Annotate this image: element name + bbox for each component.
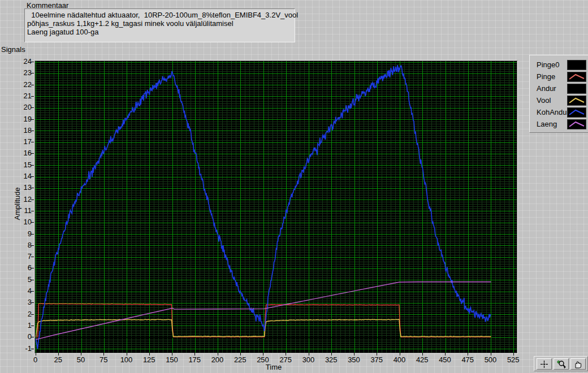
y-tick-label: 3 — [12, 298, 32, 306]
y-tick-label: 19 — [12, 115, 32, 123]
y-tick-label: 0 — [12, 332, 32, 341]
legend-line-swatch[interactable] — [567, 84, 586, 94]
legend-line-swatch[interactable] — [567, 72, 586, 82]
x-tick-label: 100 — [114, 355, 139, 364]
y-tick-mark — [31, 119, 34, 120]
labview-front-panel: Kommentaar 10eelmine nädaltehtud aktuaat… — [0, 0, 588, 373]
y-tick-mark — [31, 326, 34, 326]
plot-area[interactable] — [34, 60, 517, 353]
legend-item-label: Pinge0 — [537, 60, 559, 69]
legend-line-sample — [569, 98, 584, 103]
legend-item-pinge[interactable]: Pinge — [530, 71, 588, 83]
y-tick-mark — [31, 245, 34, 246]
x-tick-label: 450 — [433, 355, 457, 364]
x-tick-label: 400 — [387, 355, 412, 364]
x-tick-label: 75 — [91, 355, 116, 364]
magnifier-icon — [556, 360, 567, 368]
y-tick-label: 21 — [12, 92, 32, 100]
y-tick-label: 2 — [12, 310, 32, 318]
waveform-chart-canvas[interactable] — [35, 61, 517, 353]
x-tick-label: 500 — [478, 355, 503, 364]
legend-item-label: Laeng — [537, 120, 557, 128]
legend-item-label: Andur — [537, 84, 556, 93]
zoom-tool-button[interactable] — [554, 358, 569, 370]
chart-title-label: Signals — [1, 45, 25, 54]
legend-line-sample — [569, 110, 584, 115]
y-tick-mark — [31, 268, 34, 268]
y-tick-mark — [31, 188, 34, 188]
crosshair-icon — [539, 360, 550, 368]
y-tick-label: 5 — [12, 275, 32, 284]
comment-line: 10eelmine nädaltehtud aktuaator, 10RP-20… — [27, 11, 292, 19]
y-tick-mark — [31, 96, 34, 97]
legend-line-swatch[interactable] — [567, 119, 586, 129]
y-tick-mark — [31, 314, 34, 315]
y-tick-mark — [31, 211, 34, 211]
y-tick-mark — [31, 291, 34, 292]
legend-line-sample — [569, 75, 584, 79]
cursor-tool-button[interactable] — [537, 358, 552, 370]
y-tick-label: 1 — [12, 321, 32, 329]
x-tick-label: 350 — [341, 355, 366, 364]
y-tick-mark — [31, 153, 34, 154]
y-tick-mark — [31, 280, 34, 280]
x-tick-label: 25 — [46, 355, 71, 364]
y-tick-mark — [31, 302, 34, 303]
legend-line-sample — [569, 122, 584, 127]
y-tick-mark — [31, 62, 34, 62]
y-tick-label: 17 — [12, 137, 32, 146]
y-tick-mark — [31, 257, 34, 257]
pan-tool-button[interactable] — [570, 358, 586, 370]
x-tick-label: 525 — [501, 355, 526, 364]
y-axis-label: Amplitude — [13, 181, 21, 227]
hand-icon — [573, 360, 583, 368]
graph-palette — [534, 356, 588, 371]
y-tick-label: -1 — [12, 344, 32, 353]
y-tick-label: 23 — [12, 68, 32, 77]
legend-line-sample — [569, 63, 584, 67]
comment-line: põhjas_raskus 1,1kg+1.2 kg_tagasi minek … — [27, 19, 292, 28]
y-tick-label: 18 — [12, 126, 32, 135]
legend-item-laeng[interactable]: Laeng — [530, 119, 588, 131]
y-tick-label: 20 — [12, 103, 32, 111]
comment-line: Laeng jagatud 100-ga — [27, 28, 292, 36]
y-tick-mark — [31, 234, 34, 235]
legend-item-label: KohAndur — [537, 108, 569, 116]
x-tick-label: 425 — [410, 355, 435, 364]
x-tick-label: 325 — [319, 355, 344, 364]
y-tick-label: 7 — [12, 252, 32, 261]
y-tick-mark — [31, 199, 34, 200]
y-tick-mark — [31, 142, 34, 142]
y-tick-mark — [31, 176, 34, 177]
legend-item-vool[interactable]: Vool — [530, 95, 588, 107]
legend-item-andur[interactable]: Andur — [530, 83, 588, 95]
x-tick-label: 475 — [455, 355, 480, 364]
x-tick-label: 300 — [296, 355, 321, 364]
y-tick-mark — [31, 349, 34, 349]
legend-line-swatch[interactable] — [567, 107, 586, 118]
legend-item-kohandur[interactable]: KohAndur — [530, 107, 588, 119]
legend-item-pinge0[interactable]: Pinge0 — [530, 59, 588, 71]
legend-line-swatch[interactable] — [567, 96, 586, 106]
y-tick-mark — [31, 131, 34, 131]
y-tick-mark — [31, 222, 34, 223]
y-tick-label: 16 — [12, 149, 32, 157]
y-tick-label: 22 — [12, 80, 32, 89]
y-tick-label: 24 — [12, 57, 32, 66]
x-tick-label: 50 — [68, 355, 93, 364]
y-tick-mark — [31, 85, 34, 85]
y-tick-label: 14 — [12, 172, 32, 180]
x-tick-label: 0 — [23, 355, 48, 364]
x-tick-label: 125 — [137, 355, 162, 364]
y-tick-label: 9 — [12, 229, 32, 238]
legend-line-swatch[interactable] — [567, 60, 586, 70]
x-tick-label: 175 — [182, 355, 207, 364]
y-tick-label: 15 — [12, 161, 32, 169]
y-tick-mark — [31, 107, 34, 108]
x-tick-label: 225 — [228, 355, 253, 364]
x-tick-label: 150 — [159, 355, 184, 364]
y-tick-label: 6 — [12, 263, 32, 272]
x-tick-label: 200 — [205, 355, 230, 364]
x-tick-label: 375 — [364, 355, 389, 364]
comment-textbox[interactable]: 10eelmine nädaltehtud aktuaator, 10RP-20… — [24, 8, 295, 42]
